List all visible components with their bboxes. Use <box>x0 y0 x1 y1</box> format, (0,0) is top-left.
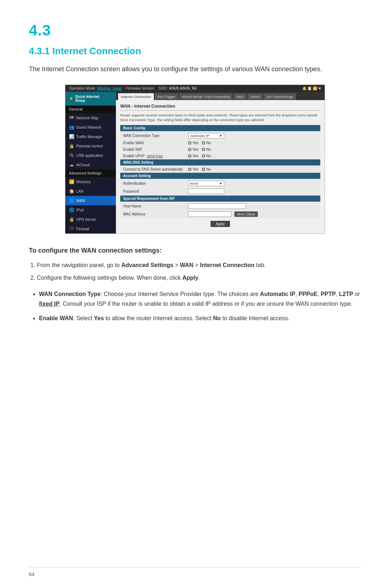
router-main-content: Internet Connection Port Trigger Virtual… <box>116 92 325 233</box>
enable-upnp-label: Enable UPnP UPnP FAQ <box>123 154 188 158</box>
dns-radio-yes-dot <box>188 168 191 171</box>
row-host-name: Host Name <box>120 202 320 210</box>
sidebar-item-aicloud[interactable]: ☁AiCloud <box>65 160 116 169</box>
enable-upnp-no[interactable]: No <box>202 154 211 158</box>
enable-upnp-radio-group: Yes No <box>188 154 317 158</box>
sidebar-item-usb-application[interactable]: 🔌USB application <box>65 151 116 160</box>
router-tabs: Internet Connection Port Trigger Virtual… <box>116 92 325 100</box>
parental-control-icon: 🔒 <box>69 143 74 149</box>
tab-virtual-server[interactable]: Virtual Server / Port Forwarding <box>179 93 233 100</box>
host-name-label: Host Name <box>123 204 188 208</box>
nat-radio-yes-label: Yes <box>192 147 198 151</box>
wan-connection-type-label: WAN Connection Type <box>123 134 188 138</box>
radio-yes-label: Yes <box>192 141 198 145</box>
row-authentication: Authentication None▼ <box>120 180 320 187</box>
dns-radio-no-label: No <box>206 167 211 171</box>
router-sidebar: ⚡Quick InternetSetup General 🗺Network Ma… <box>65 92 116 233</box>
aicloud-icon: ☁ <box>69 162 74 167</box>
row-wan-connection-type: WAN Connection Type Automatic IP▼ <box>120 132 320 140</box>
enable-upnp-yes[interactable]: Yes <box>188 154 198 158</box>
sidebar-advanced-label: Advanced Settings <box>65 169 116 177</box>
router-page-desc: Router supports several connection types… <box>120 113 320 123</box>
enable-nat-radio-group: Yes No <box>188 147 317 151</box>
mac-address-input[interactable] <box>188 211 231 217</box>
enable-wan-yes[interactable]: Yes <box>188 141 198 145</box>
upnp-radio-no-label: No <box>206 154 211 158</box>
tab-ddns[interactable]: DDNS <box>247 93 263 100</box>
radio-no-label: No <box>206 141 211 145</box>
nat-radio-no-dot <box>202 148 205 151</box>
nat-radio-yes-dot <box>188 148 191 151</box>
enable-wan-value: Yes No <box>188 141 317 145</box>
guest-network-icon: 👥 <box>69 125 74 130</box>
configure-heading: To configure the WAN connection settings… <box>29 247 361 254</box>
enable-upnp-value: Yes No <box>188 154 317 158</box>
upnp-faq-link[interactable]: UPnP FAQ <box>147 154 162 158</box>
tab-internet-connection[interactable]: Internet Connection <box>118 93 154 100</box>
sidebar-item-network-map[interactable]: 🗺Network Map <box>65 113 116 123</box>
mac-clone-button[interactable]: MAC Clone <box>234 211 258 217</box>
bullet-enable-wan: Enable WAN: Select Yes to allow the rout… <box>39 313 361 323</box>
wan-connection-type-select[interactable]: Automatic IP▼ <box>188 133 224 138</box>
sidebar-quick-internet: ⚡Quick InternetSetup <box>65 92 116 106</box>
tab-port-trigger[interactable]: Port Trigger <box>155 93 178 100</box>
enable-nat-value: Yes No <box>188 147 317 151</box>
sidebar-item-guest-network[interactable]: 👥Guest Network <box>65 123 116 132</box>
authentication-label: Authentication <box>123 181 188 185</box>
sidebar-item-firewall[interactable]: 🛡Firewall <box>65 224 116 233</box>
nat-radio-no-label: No <box>206 147 211 151</box>
ssid-label: SSID: ASUS ASUS_5G <box>159 86 197 90</box>
sidebar-item-lan[interactable]: 🏠LAN <box>65 186 116 196</box>
tab-dmz[interactable]: DMZ <box>233 93 247 100</box>
steps-list: From the navigation panel, go to Advance… <box>29 260 361 283</box>
router-content-area: WAN - Internet Connection Router support… <box>116 100 325 232</box>
row-password: Password <box>120 188 320 195</box>
mac-address-label: MAC Address <box>123 212 188 216</box>
sidebar-item-traffic-manager[interactable]: 📊Traffic Manager <box>65 132 116 141</box>
enable-nat-yes[interactable]: Yes <box>188 147 198 151</box>
step-1: From the navigation panel, go to Advance… <box>37 260 361 270</box>
vpn-server-icon: 🔒 <box>69 217 74 222</box>
enable-wan-no[interactable]: No <box>202 141 211 145</box>
sidebar-item-wireless[interactable]: 📶Wireless <box>65 177 116 186</box>
sidebar-item-parental-control[interactable]: 🔒Parental control <box>65 141 116 151</box>
sidebar-general-label: General <box>65 106 116 113</box>
dns-auto-yes[interactable]: Yes <box>188 167 198 171</box>
host-name-input[interactable] <box>188 203 246 209</box>
router-body: ⚡Quick InternetSetup General 🗺Network Ma… <box>65 92 325 233</box>
wan-connection-type-value[interactable]: Automatic IP▼ <box>188 133 317 138</box>
wireless-icon: 📶 <box>69 179 74 184</box>
chapter-title: 4.3 <box>29 22 361 39</box>
enable-nat-no[interactable]: No <box>202 147 211 151</box>
sidebar-item-ipv6[interactable]: 🌐IPv6 <box>65 205 116 215</box>
network-map-icon: 🗺 <box>69 115 74 120</box>
section-basic-config: Basic Config <box>120 125 320 131</box>
operation-mode-label: Operation Mode: Wireless_router <box>69 86 122 90</box>
apply-button[interactable]: Apply <box>211 221 230 227</box>
dns-auto-label: Connect to DNS Server automatically <box>123 167 188 171</box>
section-special-requirement: Special Requirement from ISP <box>120 196 320 202</box>
dns-auto-radio-group: Yes No <box>188 167 317 171</box>
row-enable-nat: Enable NAT Yes No <box>120 146 320 153</box>
upnp-radio-yes-dot <box>188 154 191 158</box>
upnp-radio-no-dot <box>202 154 205 158</box>
tab-nat-passthrough[interactable]: NAT Passthrough <box>264 93 296 100</box>
dns-radio-no-dot <box>202 168 205 171</box>
firmware-label: Firmware Version: <box>126 86 155 90</box>
radio-yes-dot <box>188 141 191 145</box>
section-account-setting: Account Setting <box>120 173 320 179</box>
dns-auto-no[interactable]: No <box>202 167 211 171</box>
page-footer: 64 <box>29 567 361 577</box>
sidebar-item-vpn-server[interactable]: 🔒VPN Server <box>65 215 116 224</box>
password-input[interactable] <box>188 189 224 194</box>
host-name-value[interactable] <box>188 203 317 209</box>
password-value[interactable] <box>188 189 317 194</box>
intro-text: The Internet Connection screen allows yo… <box>29 64 361 74</box>
usb-app-icon: 🔌 <box>69 153 74 158</box>
sidebar-item-wan[interactable]: 🌐WAN <box>65 196 116 205</box>
topbar-icons: 🔔 📋 📶 ✖ <box>302 86 321 90</box>
dns-auto-value: Yes No <box>188 167 317 171</box>
authentication-value[interactable]: None▼ <box>188 181 317 186</box>
traffic-manager-icon: 📊 <box>69 134 74 139</box>
authentication-select[interactable]: None▼ <box>188 181 224 186</box>
